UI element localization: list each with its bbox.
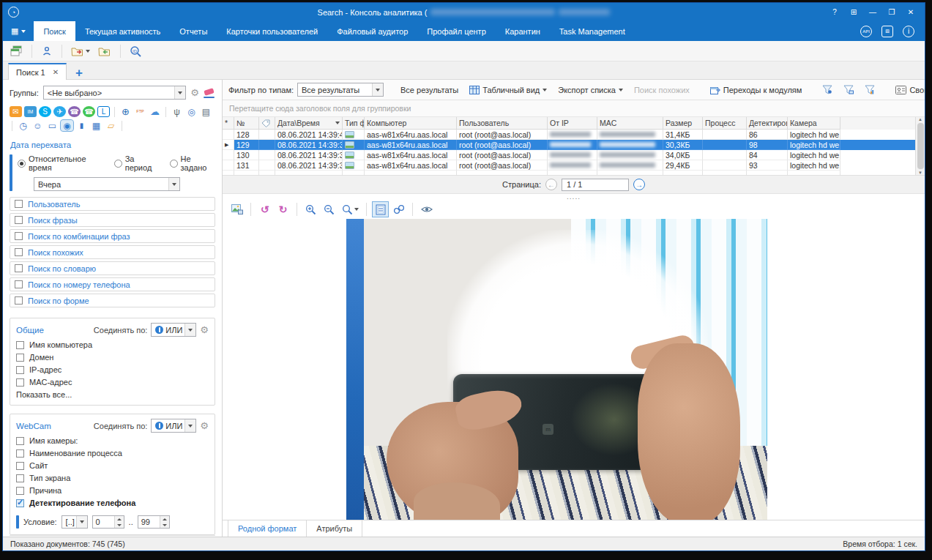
cell-num[interactable]: 128 <box>234 130 259 140</box>
radio-icon[interactable] <box>18 160 26 168</box>
cell-size[interactable]: 31,4КБ <box>663 130 703 140</box>
cell-size[interactable]: 30,3КБ <box>663 140 703 150</box>
filter-section-2[interactable]: Поиск по комбинации фраз <box>10 229 215 243</box>
app-menu-button[interactable]: ▦ <box>3 21 34 41</box>
ftp-icon[interactable]: FTP <box>134 106 146 117</box>
checkbox[interactable] <box>16 449 24 458</box>
column-header[interactable]: № <box>234 117 259 130</box>
viber-icon[interactable]: ☎ <box>68 106 81 117</box>
printer-icon[interactable]: ▤ <box>200 106 212 117</box>
file-type-icon[interactable] <box>343 150 365 160</box>
checkbox[interactable] <box>15 200 23 208</box>
checkbox[interactable] <box>16 341 24 349</box>
next-page-icon[interactable]: → <box>633 179 645 190</box>
redacted-mac[interactable] <box>597 150 663 160</box>
row-marker[interactable] <box>223 160 234 171</box>
cell-num[interactable]: 131 <box>234 160 259 171</box>
scroll-down-icon[interactable]: ▼ <box>918 171 922 175</box>
show-all-link[interactable]: Показать все... <box>16 390 209 399</box>
row-marker[interactable] <box>223 130 234 140</box>
cell-computer[interactable]: aas-w81x64ru.aas.local <box>365 160 457 171</box>
cell-process[interactable] <box>703 160 747 171</box>
cell-user[interactable]: root (root@aas.local) <box>457 140 548 150</box>
all-results-button[interactable]: Все результаты <box>397 84 462 96</box>
menu-tab-3[interactable]: Карточки пользователей <box>217 21 327 41</box>
filter-section-1[interactable]: Поиск фразы <box>10 213 215 227</box>
table-row[interactable]: 13108.06.2021 14:39:33aas-w81x64ru.aas.l… <box>223 160 925 171</box>
filter-user-icon[interactable] <box>819 83 836 96</box>
criteria-row[interactable]: Причина <box>16 486 209 495</box>
checkbox[interactable] <box>16 437 24 445</box>
cell-process[interactable] <box>703 130 747 140</box>
zoom-in-icon[interactable] <box>303 202 318 217</box>
filter-section-5[interactable]: Поиск по номеру телефона <box>10 277 215 291</box>
fit-window-icon[interactable] <box>373 202 388 217</box>
help-icon[interactable]: ? <box>825 6 844 19</box>
groups-settings-icon[interactable]: ⚙ <box>190 88 199 97</box>
radio-icon[interactable] <box>114 160 122 168</box>
close-icon[interactable]: ✕ <box>901 6 920 19</box>
minimize-icon[interactable]: — <box>863 6 882 19</box>
tab-native-format[interactable]: Родной формат <box>228 520 307 537</box>
checkbox[interactable] <box>15 232 23 240</box>
scroll-thumb[interactable] <box>917 123 924 169</box>
cell-user[interactable]: root (root@aas.local) <box>457 160 548 171</box>
menu-tab-7[interactable]: Task Management <box>550 21 635 41</box>
whatsapp-icon[interactable]: ☎ <box>83 106 95 117</box>
cell-num[interactable]: 129 <box>234 140 259 150</box>
keyboard-icon[interactable]: ▦ <box>90 120 102 131</box>
search-tab[interactable]: Поиск 1 ✕ <box>8 63 67 80</box>
table-row[interactable]: ▶12908.06.2021 14:39:38aas-w81x64ru.aas.… <box>223 140 925 150</box>
condition-operator-select[interactable]: [..] <box>61 515 88 529</box>
cell-computer[interactable]: aas-w81x64ru.aas.local <box>365 150 457 160</box>
microphone-icon[interactable]: ▮ <box>75 120 88 131</box>
webcam-join-select[interactable]: ИЛИ <box>151 419 196 433</box>
add-search-tab-button[interactable]: + <box>75 70 83 77</box>
column-header[interactable]: MAC <box>597 117 663 130</box>
criteria-row[interactable]: Домен <box>16 353 209 362</box>
cell-tag[interactable] <box>259 160 275 171</box>
cell-size[interactable]: 34,0КБ <box>663 150 703 160</box>
info-icon[interactable]: i <box>903 26 914 37</box>
table-row[interactable]: 12808.06.2021 14:39:41aas-w81x64ru.aas.l… <box>223 130 925 140</box>
date-option-2[interactable]: Не задано <box>170 154 215 172</box>
checkbox[interactable] <box>16 462 24 470</box>
cloud-icon[interactable]: ☁ <box>149 106 161 117</box>
row-marker[interactable] <box>223 150 234 160</box>
link-original-icon[interactable] <box>391 202 406 217</box>
checkbox[interactable] <box>15 216 23 224</box>
webcam-icon[interactable]: ◉ <box>61 120 73 131</box>
checkbox[interactable] <box>15 280 23 288</box>
menu-tab-0[interactable]: Поиск <box>34 21 75 41</box>
row-marker[interactable]: ▶ <box>223 140 234 150</box>
tab-attributes[interactable]: Атрибуты <box>307 520 362 537</box>
search-tab-close-icon[interactable]: ✕ <box>53 68 59 76</box>
cell-camera[interactable]: logitech hd we... <box>788 140 840 150</box>
cell-detected[interactable]: 86 <box>747 130 788 140</box>
checkbox[interactable] <box>16 378 24 387</box>
column-header[interactable]: Компьютер <box>365 117 457 130</box>
column-header[interactable]: Тип фа <box>343 117 365 130</box>
cell-datetime[interactable]: 08.06.2021 14:39:41 <box>275 130 343 140</box>
cell-computer[interactable]: aas-w81x64ru.aas.local <box>365 140 457 150</box>
redacted-ip[interactable] <box>548 130 597 140</box>
column-header[interactable]: Процесс <box>703 117 747 130</box>
column-header[interactable]: Камера <box>788 117 840 130</box>
date-option-1[interactable]: За период <box>114 154 160 172</box>
criteria-row[interactable]: Имя компьютера <box>16 340 209 349</box>
menu-tab-4[interactable]: Файловый аудитор <box>327 21 417 41</box>
table-row[interactable]: 13008.06.2021 14:39:36aas-w81x64ru.aas.l… <box>223 150 925 160</box>
cell-user[interactable]: root (root@aas.local) <box>457 130 548 140</box>
lync-icon[interactable]: L <box>97 106 110 117</box>
import-search-icon[interactable] <box>96 45 113 58</box>
criteria-row[interactable]: Наименование процесса <box>16 449 209 458</box>
common-settings-icon[interactable]: ⚙ <box>200 325 209 335</box>
export-list-button[interactable]: Экспорт списка <box>554 84 627 96</box>
clear-groups-icon[interactable] <box>204 88 215 98</box>
prev-page-icon[interactable]: ← <box>545 179 557 190</box>
condition-to-stepper[interactable]: 99 <box>138 515 170 529</box>
column-header[interactable]: Размер <box>663 117 703 130</box>
menu-tab-5[interactable]: Профайл центр <box>417 21 495 41</box>
cell-tag[interactable] <box>259 150 275 160</box>
checkbox[interactable] <box>16 499 24 507</box>
